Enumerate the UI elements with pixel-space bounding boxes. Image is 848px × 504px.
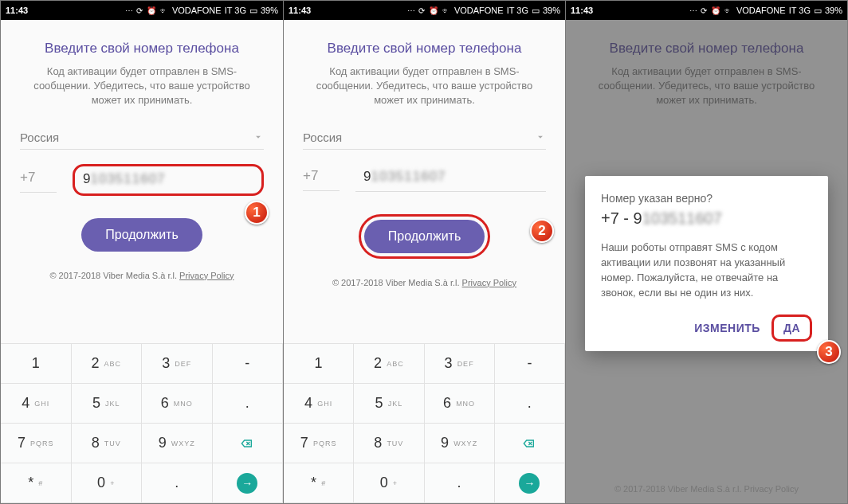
country-label: Россия — [303, 131, 342, 144]
key-.[interactable]: . — [142, 463, 213, 503]
key-2[interactable]: 2ABC — [72, 344, 143, 384]
footer: © 2017-2018 Viber Media S.à r.l. Privacy… — [303, 278, 546, 287]
key-.[interactable]: . — [425, 463, 495, 503]
key-4[interactable]: 4GHI — [284, 384, 354, 424]
status-bar: 11:43 ⋯ ⟳ ⏰ ᯤ VODAFONE IT 3G ▭ 39% — [1, 1, 283, 20]
dialog-yes-button[interactable]: ДА — [771, 315, 812, 342]
key-.[interactable]: . — [213, 384, 284, 424]
dialog-question: Номер указан верно? — [601, 192, 812, 205]
privacy-policy-link[interactable]: Privacy Policy — [744, 484, 799, 494]
key-8[interactable]: 8TUV — [354, 424, 424, 463]
step-badge-1: 1 — [245, 201, 269, 225]
confirm-dialog: Номер указан верно? +7 - 9103511607 Наши… — [585, 176, 828, 351]
dial-code: +7 — [303, 165, 340, 191]
continue-button[interactable]: Продолжить — [364, 220, 485, 253]
continue-button[interactable]: Продолжить — [81, 218, 202, 252]
phone-screen-3: 11:43 ⋯ ⟳ ⏰ ᯤ VODAFONE IT 3G ▭ 39% Введи… — [565, 1, 847, 503]
footer: © 2017-2018 Viber Media S.à r.l. Privacy… — [20, 271, 264, 280]
go-key[interactable]: → — [213, 463, 284, 503]
page-title: Введите свой номер телефона — [303, 41, 546, 57]
key-2[interactable]: 2ABC — [354, 344, 424, 384]
key-6[interactable]: 6MNO — [142, 384, 213, 424]
status-bar: 11:43 ⋯ ⟳ ⏰ ᯤ VODAFONE IT 3G ▭ 39% — [566, 1, 847, 20]
status-network: IT 3G — [789, 6, 811, 15]
key-7[interactable]: 7PQRS — [1, 424, 72, 463]
status-icons: ⋯ ⟳ ⏰ ᯤ — [689, 6, 733, 15]
key--[interactable]: - — [495, 344, 565, 384]
backspace-key[interactable] — [495, 424, 565, 463]
country-select[interactable]: Россия — [20, 126, 264, 150]
page-title: Введите свой номер телефона — [20, 41, 264, 57]
chevron-down-icon — [535, 131, 546, 143]
key-0[interactable]: 0+ — [354, 463, 424, 503]
key-*[interactable]: *# — [284, 463, 354, 503]
key-9[interactable]: 9WXYZ — [425, 424, 495, 463]
key-3[interactable]: 3DEF — [425, 344, 495, 384]
dial-code: +7 — [20, 166, 57, 193]
key-*[interactable]: *# — [1, 463, 72, 503]
footer: © 2017-2018 Viber Media S.à r.l. Privacy… — [566, 484, 847, 494]
page-subtitle: Код активации будет отправлен в SMS-сооб… — [20, 64, 264, 108]
continue-highlight: Продолжить — [359, 214, 490, 259]
status-network: IT 3G — [507, 6, 528, 15]
key-5[interactable]: 5JKL — [354, 384, 424, 424]
country-label: Россия — [20, 131, 59, 144]
key-7[interactable]: 7PQRS — [284, 424, 354, 463]
key-0[interactable]: 0+ — [72, 463, 143, 503]
backspace-key[interactable] — [213, 424, 284, 463]
phone-input[interactable]: 9103511607 — [73, 164, 264, 196]
phone-input[interactable]: 9103511607 — [355, 164, 546, 192]
step-badge-2: 2 — [530, 219, 554, 243]
status-battery: 39% — [825, 6, 842, 15]
battery-icon: ▭ — [249, 6, 257, 16]
status-bar: 11:43 ⋯ ⟳ ⏰ ᯤ VODAFONE IT 3G ▭ 39% — [284, 1, 565, 20]
dialog-change-button[interactable]: ИЗМЕНИТЬ — [694, 322, 760, 334]
phone-screen-2: 11:43 ⋯ ⟳ ⏰ ᯤ VODAFONE IT 3G ▭ 39% Введи… — [283, 1, 565, 503]
key-8[interactable]: 8TUV — [72, 424, 143, 463]
battery-icon: ▭ — [814, 6, 822, 16]
status-time: 11:43 — [6, 6, 28, 15]
key-5[interactable]: 5JKL — [72, 384, 143, 424]
numeric-keypad: 12ABC3DEF-4GHI5JKL6MNO.7PQRS8TUV9WXYZ*#0… — [1, 343, 283, 503]
status-carrier: VODAFONE — [172, 6, 222, 15]
battery-icon: ▭ — [532, 6, 540, 16]
page-subtitle: Код активации будет отправлен в SMS-сооб… — [303, 64, 546, 108]
phone-screen-1: 11:43 ⋯ ⟳ ⏰ ᯤ VODAFONE IT 3G ▭ 39% Введи… — [1, 1, 283, 503]
numeric-keypad: 12ABC3DEF-4GHI5JKL6MNO.7PQRS8TUV9WXYZ*#0… — [284, 343, 565, 503]
country-select[interactable]: Россия — [303, 126, 546, 150]
key-3[interactable]: 3DEF — [142, 344, 213, 384]
status-battery: 39% — [543, 6, 560, 15]
key--[interactable]: - — [213, 344, 284, 384]
key-1[interactable]: 1 — [284, 344, 354, 384]
status-carrier: VODAFONE — [736, 6, 786, 15]
status-time: 11:43 — [571, 6, 593, 15]
dialog-description: Наши роботы отправят SMS с кодом активац… — [601, 240, 812, 300]
key-4[interactable]: 4GHI — [1, 384, 72, 424]
key-1[interactable]: 1 — [1, 344, 72, 384]
status-carrier: VODAFONE — [454, 6, 504, 15]
key-9[interactable]: 9WXYZ — [142, 424, 213, 463]
status-battery: 39% — [261, 6, 278, 15]
go-key[interactable]: → — [495, 463, 565, 503]
dialog-number: +7 - 9103511607 — [601, 209, 812, 228]
status-icons: ⋯ ⟳ ⏰ ᯤ — [125, 6, 169, 15]
key-6[interactable]: 6MNO — [425, 384, 495, 424]
status-time: 11:43 — [289, 6, 311, 15]
key-.[interactable]: . — [495, 384, 565, 424]
status-network: IT 3G — [225, 6, 246, 15]
privacy-policy-link[interactable]: Privacy Policy — [462, 278, 516, 287]
privacy-policy-link[interactable]: Privacy Policy — [179, 271, 234, 280]
chevron-down-icon — [253, 131, 264, 143]
status-icons: ⋯ ⟳ ⏰ ᯤ — [407, 6, 451, 15]
